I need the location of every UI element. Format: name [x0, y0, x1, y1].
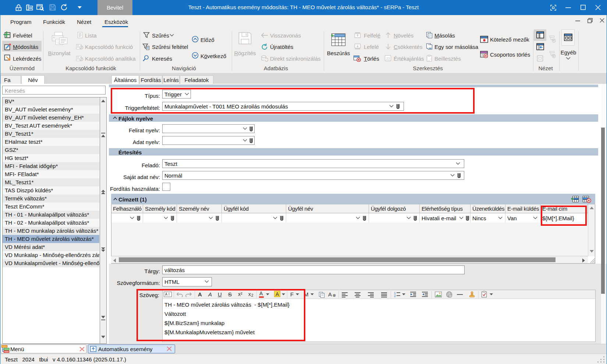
svg-text:2: 2	[394, 294, 396, 297]
svg-text:23: 23	[386, 57, 390, 60]
